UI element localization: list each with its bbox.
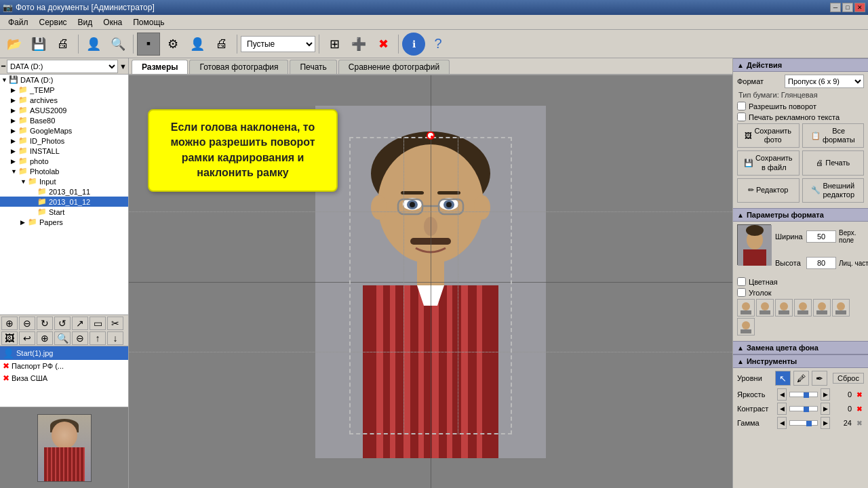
brightness-decrease[interactable]: ◀	[777, 388, 787, 401]
tree-item-install[interactable]: ▶ 📁 INSTALL	[0, 146, 128, 156]
tree-item-temp[interactable]: ▶ 📁 _TEMP	[0, 85, 128, 95]
btn-search[interactable]: 🔍	[54, 331, 71, 345]
actions-header[interactable]: ▲ Действия	[733, 58, 868, 72]
btn-rotate-ccw[interactable]: ↺	[54, 317, 71, 330]
grid-button[interactable]: ⊞	[323, 33, 346, 56]
btn-down[interactable]: ↓	[107, 331, 123, 345]
contrast-decrease[interactable]: ◀	[777, 403, 787, 415]
add-button[interactable]: ➕	[347, 33, 370, 56]
editor-button[interactable]: ✏ Редактор	[737, 178, 800, 203]
face-style-3[interactable]	[775, 299, 793, 317]
tab-sizes[interactable]: Размеры	[132, 60, 188, 74]
format-select[interactable]: Пропуск (6 x 9)	[785, 75, 864, 88]
tab-ready-photo[interactable]: Готовая фотография	[189, 60, 288, 74]
btn-zoom-out[interactable]: ⊖	[19, 317, 35, 330]
gamma-increase[interactable]: ▶	[821, 417, 830, 429]
tree-item-googlemaps[interactable]: ▶ 📁 GoogleMaps	[0, 125, 128, 136]
btn-plus[interactable]: ⊕	[37, 331, 53, 345]
scan-button[interactable]: 🖨	[52, 33, 75, 56]
all-formats-button[interactable]: 📋 Все форматы	[802, 123, 865, 148]
face-style-6[interactable]	[832, 299, 850, 317]
levels-eyedropper-light[interactable]: ✒	[812, 371, 827, 386]
color-checkbox[interactable]	[737, 277, 746, 286]
person-button[interactable]: 👤	[82, 33, 105, 56]
brightness-increase[interactable]: ▶	[821, 388, 830, 401]
print-ad-checkbox[interactable]	[737, 113, 746, 121]
tree-item-2013-01-12[interactable]: 📁 2013_01_12	[0, 197, 128, 207]
gamma-track[interactable]	[789, 420, 818, 426]
face-style-2[interactable]	[756, 299, 774, 317]
save-button[interactable]: 💾	[27, 33, 50, 56]
btn-minus[interactable]: ⊖	[72, 331, 88, 345]
menu-help[interactable]: Помощь	[127, 16, 170, 28]
help-button[interactable]: ?	[427, 33, 450, 56]
height-input[interactable]	[806, 257, 836, 269]
user-button[interactable]: 👤	[186, 33, 209, 56]
contrast-track[interactable]	[789, 406, 818, 411]
levels-arrow-tool[interactable]: ↖	[775, 371, 791, 386]
print-button[interactable]: 🖨	[210, 33, 233, 56]
face-style-4[interactable]	[794, 299, 812, 317]
maximize-button[interactable]: □	[842, 3, 853, 12]
drive-select[interactable]: DATA (D:)	[7, 60, 118, 73]
file-item-passport[interactable]: ✖ Паспорт РФ (...	[0, 360, 128, 372]
save-file-button[interactable]: 💾 Сохранить в файл	[737, 150, 800, 175]
tree-item-papers[interactable]: ▶ 📁 Papers	[0, 217, 128, 227]
face-style-5[interactable]	[813, 299, 831, 317]
tab-print[interactable]: Печать	[290, 60, 336, 74]
tree-item-base80[interactable]: ▶ 📁 Base80	[0, 115, 128, 125]
tree-item-id-photos[interactable]: ▶ 📁 ID_Photos	[0, 136, 128, 146]
external-editor-button[interactable]: 🔧 Внешний редактор	[802, 178, 865, 203]
filter-dropdown[interactable]: Пустые Все Обработанные	[241, 36, 315, 52]
menu-view[interactable]: Вид	[73, 16, 98, 28]
reset-button[interactable]: Сброс	[833, 373, 864, 384]
open-button[interactable]: 📂	[3, 33, 26, 56]
close-button[interactable]: ✕	[854, 3, 865, 12]
allow-rotate-checkbox[interactable]	[737, 102, 746, 110]
btn-rect[interactable]: ▭	[90, 317, 106, 330]
tree-item-archives[interactable]: ▶ 📁 archives	[0, 95, 128, 105]
search-button[interactable]: 🔍	[106, 33, 130, 56]
tab-compare[interactable]: Сравнение фотографий	[338, 60, 450, 74]
brightness-track[interactable]	[789, 392, 818, 397]
btn-up[interactable]: ↑	[90, 331, 106, 345]
contrast-increase[interactable]: ▶	[821, 403, 830, 415]
file-item-start1[interactable]: 👤 Start(1).jpg	[0, 346, 128, 360]
tree-item-2013-01-11[interactable]: 📁 2013_01_11	[0, 186, 128, 197]
menu-service[interactable]: Сервис	[34, 16, 73, 28]
minimize-button[interactable]: ─	[830, 3, 841, 12]
contrast-reset[interactable]: ✖	[854, 403, 864, 415]
tree-item-asus2009[interactable]: ▶ 📁 ASUS2009	[0, 105, 128, 115]
btn-zoom-in[interactable]: ⊕	[1, 317, 18, 330]
corner-checkbox[interactable]	[737, 288, 746, 297]
format-params-header[interactable]: ▲ Параметры формата	[733, 208, 868, 222]
tree-item-photo[interactable]: ▶ 📁 photo	[0, 156, 128, 166]
tools-header[interactable]: ▲ Инструменты	[733, 354, 868, 368]
delete-button[interactable]: ✖	[372, 33, 395, 56]
btn-undo[interactable]: ↩	[19, 331, 35, 345]
tree-item-data-d[interactable]: ▼ 💾 DATA (D:)	[0, 75, 128, 85]
tree-item-start[interactable]: 📁 Start	[0, 207, 128, 217]
gamma-reset[interactable]: ✖	[854, 417, 864, 429]
tree-item-input[interactable]: ▼ 📁 Input	[0, 176, 128, 186]
width-input[interactable]	[806, 230, 836, 243]
settings-button[interactable]: ⚙	[161, 33, 184, 56]
brightness-reset[interactable]: ✖	[854, 388, 864, 401]
btn-arrow-up-right[interactable]: ↗	[72, 317, 88, 330]
bg-replace-header[interactable]: ▲ Замена цвета фона	[733, 341, 868, 354]
gamma-decrease[interactable]: ◀	[777, 417, 787, 429]
file-item-visa[interactable]: ✖ Виза США	[0, 372, 128, 384]
face-style-7[interactable]	[737, 318, 755, 336]
menu-file[interactable]: Файл	[3, 16, 34, 28]
face-style-1[interactable]	[737, 299, 755, 317]
info-button[interactable]: ℹ	[402, 33, 425, 56]
menu-windows[interactable]: Окна	[98, 16, 127, 28]
save-photo-button[interactable]: 🖼 Сохранить фото	[737, 123, 800, 148]
btn-rotate-cw[interactable]: ↻	[37, 317, 53, 330]
levels-eyedropper-dark[interactable]: 🖉	[793, 371, 809, 386]
btn-frame[interactable]: 🖼	[1, 331, 18, 345]
rect-button[interactable]: ▪	[137, 33, 160, 56]
tree-item-photolab[interactable]: ▼ 📁 Photolab	[0, 166, 128, 176]
print-button[interactable]: 🖨 Печать	[802, 150, 865, 175]
btn-cut[interactable]: ✂	[107, 317, 123, 330]
